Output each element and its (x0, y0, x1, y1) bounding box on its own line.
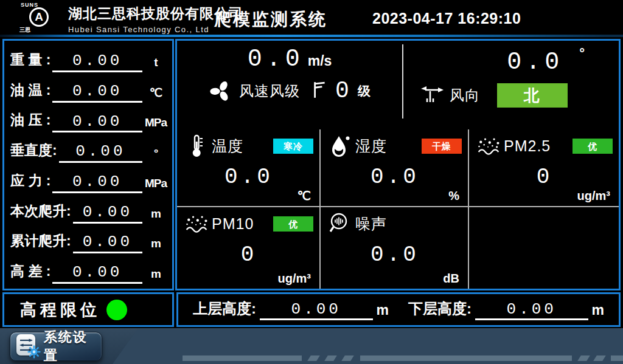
metric-unit: t (144, 56, 167, 72)
sensor-name: PM10 (212, 215, 254, 233)
metric-unit: m (144, 207, 167, 224)
thermometer-icon (184, 134, 209, 158)
metric-value: 0.00 (52, 52, 142, 72)
environment-panel: 0.0m/s 风速风级 (175, 39, 621, 290)
wind-level-flag-icon (311, 81, 327, 101)
status-badge: 干燥 (422, 139, 462, 154)
layer-heights-panel: 上层高度: 0.00 m 下层高度: 0.00 m (176, 292, 621, 327)
lower-height-label: 下层高度: (408, 299, 472, 320)
table-row-oil-pressure: 油 压 : 0.00 MPa (10, 105, 167, 132)
elevation-limit-label: 高程限位 (20, 299, 100, 321)
page-title: 爬模监测系统 (214, 8, 327, 31)
elevation-limit-panel: 高程限位 (2, 292, 174, 327)
status-badge: 寒冷 (273, 139, 313, 154)
metric-value: 0.00 (52, 113, 142, 133)
gear-icon (27, 345, 41, 361)
sensor-name: 噪声 (355, 214, 387, 234)
status-badge: 优 (273, 216, 313, 232)
datetime-display: 2023-04-17 16:29:10 (372, 10, 521, 27)
wind-speed-section: 0.0m/s 风速风级 (177, 41, 402, 128)
metric-label: 油 温 : (10, 81, 50, 103)
status-badge: 优 (573, 139, 613, 154)
wind-direction-value: 0.0 (507, 49, 563, 76)
metric-label: 累计爬升: (10, 232, 71, 253)
metric-label: 重 量 : (10, 50, 50, 72)
sensor-value: 0.0 (328, 165, 462, 190)
pm25-cell: PM2.5 优 0 ug/m³ (469, 129, 619, 206)
settings-button-label: 系统设置 (44, 328, 102, 364)
temperature-cell: 温度 寒冷 0.0 ℃ (177, 129, 319, 206)
humidity-cell: 湿度 干燥 0.0 % (321, 129, 468, 206)
sensor-name: PM2.5 (504, 137, 551, 155)
header-divider-line (0, 35, 623, 37)
metric-label: 本次爬升: (10, 202, 71, 224)
dust-particles-icon (476, 134, 501, 157)
lower-height-value: 0.00 (475, 301, 588, 320)
sensor-name: 温度 (212, 136, 243, 156)
sensor-value: 0 (476, 165, 613, 190)
settings-sliders-icon (16, 334, 38, 359)
table-row-stress: 应 力 : 0.00 MPa (10, 165, 167, 193)
sensor-name: 湿度 (355, 136, 387, 156)
elevation-limit-status-light (106, 300, 127, 320)
metric-value: 0.00 (73, 204, 142, 224)
metric-value: 0.00 (52, 83, 142, 103)
table-row-height-diff: 高 差 : 0.00 m (10, 256, 167, 284)
sensor-unit: ℃ (298, 188, 311, 203)
logo-mark-icon: A (29, 7, 49, 27)
wind-speed-label: 风速风级 (239, 81, 300, 101)
wind-vane-icon (420, 84, 445, 107)
upper-height-value: 0.00 (260, 301, 373, 320)
wind-direction-label: 风向 (450, 86, 480, 105)
metric-unit: MPa (144, 177, 167, 193)
sensor-unit: % (448, 189, 459, 203)
metric-label: 油 压 : (10, 111, 50, 132)
noise-cell: 噪声 0.0 dB (321, 207, 468, 289)
table-row-verticality: 垂直度: 0.00 ° (10, 135, 167, 163)
sensor-value: 0.0 (328, 242, 462, 267)
lower-height-group: 下层高度: 0.00 m (408, 299, 604, 320)
table-row-total-climb: 累计爬升: 0.00 m (10, 225, 167, 253)
droplet-icon (328, 134, 352, 158)
logo-suns-text: SUNS (21, 2, 38, 8)
metric-unit: m (144, 237, 167, 253)
metric-value: 0.00 (59, 143, 142, 163)
metric-value: 0.00 (52, 264, 142, 284)
sensor-unit: ug/m³ (577, 189, 610, 203)
table-row-weight: 重 量 : 0.00 t (10, 44, 167, 72)
taskbar-stripe (611, 355, 623, 361)
lower-height-unit: m (592, 302, 604, 320)
pm10-cell: PM10 优 0 ug/m³ (177, 207, 319, 289)
taskbar-stripe (183, 355, 302, 361)
dust-particles-icon (184, 212, 209, 235)
wind-speed-unit: m/s (308, 53, 332, 69)
wind-level-value: 0 (335, 78, 349, 104)
sensor-unit: dB (443, 272, 459, 286)
taskbar-stripe (360, 355, 572, 361)
metric-value: 0.00 (73, 233, 142, 253)
system-settings-button[interactable]: 系统设置 (10, 332, 102, 361)
upper-height-unit: m (377, 302, 389, 320)
metric-label: 应 力 : (10, 171, 50, 193)
sensor-value: 0.0 (184, 165, 313, 190)
wind-direction-section: 0.0° 风向 北 (403, 41, 619, 128)
table-row-current-climb: 本次爬升: 0.00 m (10, 196, 167, 224)
wind-direction-badge: 北 (497, 83, 568, 108)
wind-speed-value: 0.0 (248, 46, 304, 73)
metric-unit: MPa (144, 116, 167, 132)
logo-sansi-text: 三思 (19, 26, 30, 34)
sensor-value: 0 (184, 242, 313, 267)
hydraulic-metrics-panel: 重 量 : 0.00 t 油 温 : 0.00 ℃ 油 压 : 0.00 MPa… (2, 39, 174, 290)
noise-meter-icon (328, 211, 352, 236)
climbing-formwork-monitor-screen: SUNS A 三思 湖北三思科技股份有限公司 Hubei Sansi Techn… (0, 0, 623, 364)
wind-direction-unit: ° (579, 46, 585, 61)
metric-unit: m (144, 267, 167, 284)
wind-level-unit: 级 (358, 83, 371, 100)
sensor-unit: ug/m³ (278, 272, 311, 286)
metric-label: 高 差 : (10, 262, 50, 284)
fan-icon (209, 78, 233, 104)
upper-height-label: 上层高度: (193, 299, 256, 320)
metric-unit: ℃ (144, 86, 167, 103)
taskbar: 系统设置 (0, 328, 623, 364)
metric-value: 0.00 (52, 173, 142, 193)
